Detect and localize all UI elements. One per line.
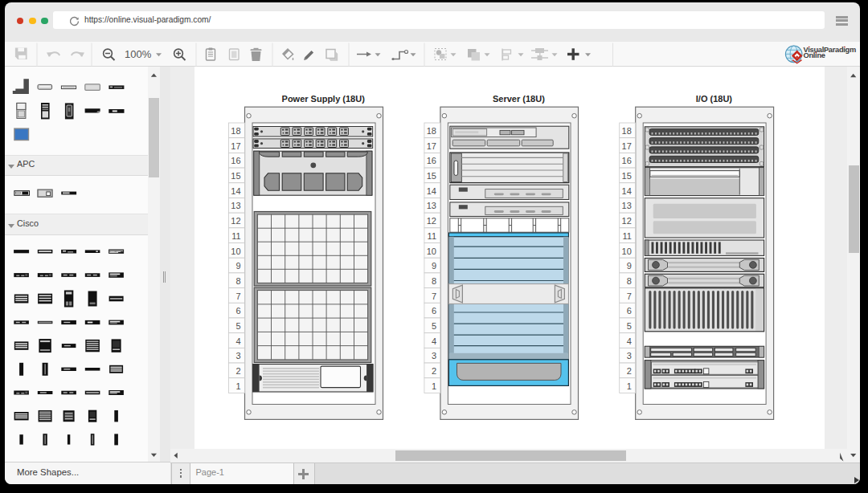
- svg-text:Power Supply (18U): Power Supply (18U): [282, 94, 366, 104]
- svg-text:6: 6: [627, 306, 632, 316]
- svg-text:8: 8: [627, 276, 632, 286]
- svg-text:10: 10: [622, 246, 632, 256]
- svg-text:Online: Online: [804, 51, 825, 59]
- svg-text:11: 11: [622, 231, 631, 241]
- svg-text:4: 4: [432, 336, 436, 346]
- svg-text:16: 16: [427, 156, 436, 165]
- svg-text:16: 16: [622, 156, 632, 165]
- svg-text:14: 14: [622, 186, 632, 196]
- svg-text:9: 9: [235, 261, 240, 271]
- svg-text:12: 12: [231, 216, 240, 226]
- svg-text:3: 3: [627, 351, 632, 361]
- svg-text:3: 3: [235, 351, 240, 361]
- svg-text:12: 12: [427, 216, 436, 226]
- svg-text:18: 18: [231, 126, 240, 136]
- svg-text:17: 17: [427, 141, 436, 151]
- svg-text:7: 7: [235, 291, 240, 301]
- svg-text:14: 14: [427, 186, 436, 196]
- svg-text:2: 2: [235, 366, 240, 376]
- svg-text:15: 15: [427, 171, 436, 181]
- svg-text:10: 10: [231, 246, 240, 256]
- svg-text:11: 11: [428, 231, 436, 241]
- svg-text:17: 17: [231, 141, 240, 151]
- svg-text:4: 4: [627, 336, 632, 346]
- svg-text:14: 14: [231, 186, 240, 196]
- svg-text:18: 18: [427, 126, 436, 136]
- svg-text:7: 7: [627, 291, 632, 301]
- svg-text:12: 12: [622, 216, 632, 226]
- svg-text:7: 7: [432, 291, 436, 301]
- svg-text:1: 1: [235, 381, 240, 391]
- svg-text:1: 1: [432, 381, 436, 391]
- svg-text:100%: 100%: [125, 48, 152, 60]
- svg-text:5: 5: [235, 321, 240, 331]
- svg-text:1: 1: [627, 381, 632, 391]
- svg-text:5: 5: [627, 321, 632, 331]
- svg-text:Server (18U): Server (18U): [493, 94, 545, 104]
- svg-text:10: 10: [427, 246, 436, 256]
- svg-text:6: 6: [235, 306, 240, 316]
- svg-text:2: 2: [432, 366, 436, 376]
- svg-text:8: 8: [235, 276, 240, 286]
- svg-text:13: 13: [622, 201, 632, 210]
- svg-text:5: 5: [432, 321, 436, 331]
- svg-text:16: 16: [231, 156, 240, 165]
- svg-text:17: 17: [622, 141, 632, 151]
- svg-text:I/O (18U): I/O (18U): [696, 94, 733, 104]
- svg-text:4: 4: [235, 336, 240, 346]
- svg-text:3: 3: [432, 351, 436, 361]
- svg-text:9: 9: [432, 261, 436, 271]
- svg-text:6: 6: [432, 306, 436, 316]
- svg-text:15: 15: [231, 171, 240, 181]
- svg-text:8: 8: [432, 276, 436, 286]
- svg-text:13: 13: [231, 201, 240, 210]
- svg-text:15: 15: [622, 171, 632, 181]
- svg-text:18: 18: [622, 126, 632, 136]
- svg-text:11: 11: [231, 231, 240, 241]
- svg-text:2: 2: [627, 366, 632, 376]
- svg-text:13: 13: [427, 201, 436, 210]
- svg-text:9: 9: [627, 261, 632, 271]
